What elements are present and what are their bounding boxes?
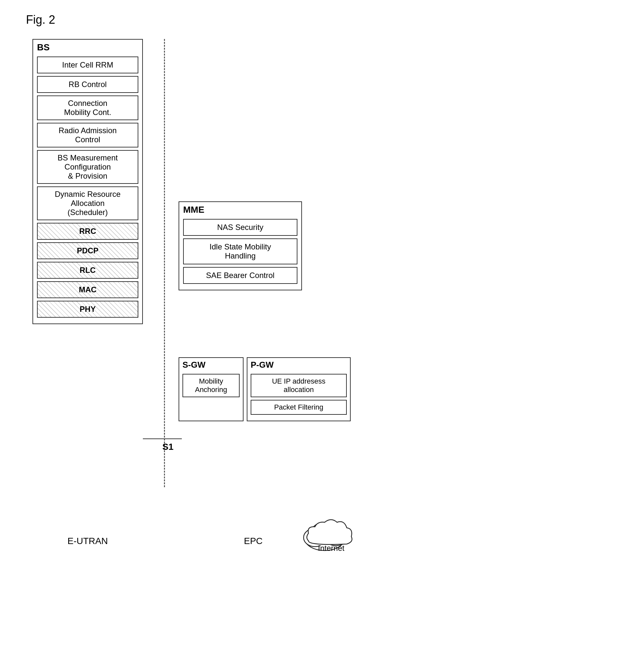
nas-security-box: NAS Security bbox=[183, 219, 297, 236]
pdcp-box: PDCP bbox=[37, 242, 138, 259]
bs-measurement-box: BS MeasurementConfiguration& Provision bbox=[37, 150, 138, 184]
pgw-title: P-GW bbox=[247, 358, 350, 371]
dashed-divider bbox=[164, 39, 165, 487]
eutran-label: E-UTRAN bbox=[32, 536, 143, 546]
mme-title: MME bbox=[179, 202, 301, 216]
phy-box: PHY bbox=[37, 301, 138, 318]
connection-mobility-box: ConnectionMobility Cont. bbox=[37, 95, 138, 120]
dynamic-resource-box: Dynamic ResourceAllocation(Scheduler) bbox=[37, 187, 138, 220]
mme-container: MME NAS Security Idle State MobilityHand… bbox=[179, 201, 302, 290]
packet-filtering-box: Packet Filtering bbox=[251, 400, 347, 415]
s1-line bbox=[143, 438, 182, 439]
radio-admission-box: Radio AdmissionControl bbox=[37, 123, 138, 147]
gw-row: S-GW MobilityAnchoring P-GW UE IP addres… bbox=[179, 357, 351, 421]
bs-title: BS bbox=[33, 40, 142, 54]
internet-cloud: Internet bbox=[299, 513, 364, 553]
s1-label: S1 bbox=[162, 442, 173, 452]
mac-box: MAC bbox=[37, 281, 138, 298]
epc-label: EPC bbox=[195, 536, 312, 546]
ue-ip-box: UE IP addresessallocation bbox=[251, 374, 347, 397]
idle-state-box: Idle State MobilityHandling bbox=[183, 238, 297, 264]
mobility-anchoring-box: MobilityAnchoring bbox=[182, 374, 240, 397]
bs-container: BS Inter Cell RRM RB Control ConnectionM… bbox=[32, 39, 143, 324]
sgw-container: S-GW MobilityAnchoring bbox=[179, 357, 244, 421]
inter-cell-rrm-box: Inter Cell RRM bbox=[37, 56, 138, 73]
sgw-title: S-GW bbox=[179, 358, 243, 371]
rb-control-box: RB Control bbox=[37, 76, 138, 93]
sae-bearer-box: SAE Bearer Control bbox=[183, 267, 297, 284]
pgw-container: P-GW UE IP addresessallocation Packet Fi… bbox=[247, 357, 351, 421]
internet-label: Internet bbox=[299, 544, 364, 553]
rrc-box: RRC bbox=[37, 223, 138, 240]
rlc-box: RLC bbox=[37, 262, 138, 279]
figure-label: Fig. 2 bbox=[26, 13, 55, 27]
